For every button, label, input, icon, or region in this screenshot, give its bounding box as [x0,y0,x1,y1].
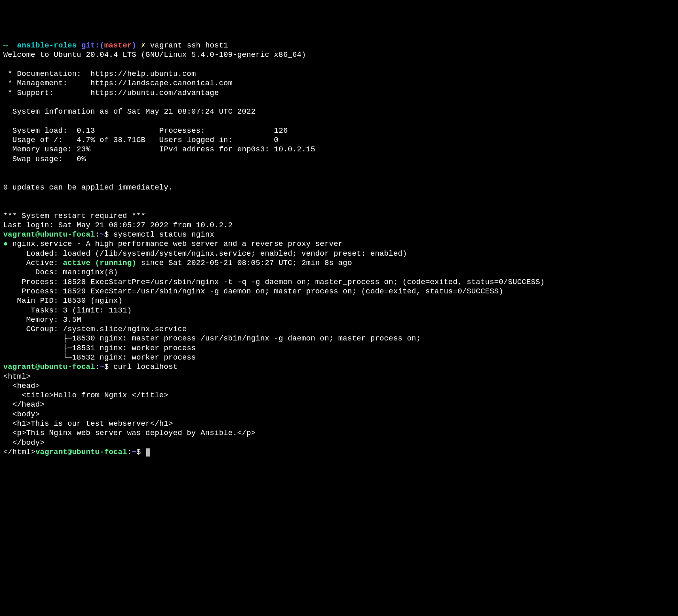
prompt-symbol: ✗ [141,41,145,50]
curl-line: </html> [3,448,35,457]
curl-line: </head> [3,401,45,409]
status-bullet-icon: ● [3,240,8,248]
active-status: active (running) [63,259,136,267]
swap-label: Swap usage: [3,155,77,164]
prompt-dollar: $ [136,448,141,457]
motd-mgmt-url: https://landscape.canonical.com [91,79,233,88]
updates-line: 0 updates can be applied immediately. [3,183,173,192]
terminal-output[interactable]: → ansible-roles git:(master) ✗ vagrant s… [3,41,675,457]
git-label: git:( [81,41,104,50]
sysinfo-header: System information as of Sat May 21 08:0… [3,108,256,116]
ipv4-label: IPv4 address for enp0s3: [159,145,274,154]
curl-line: <head> [3,382,40,390]
prompt-dollar: $ [104,363,109,371]
curl-line: <h1>This is our test webserver</h1> [3,420,173,428]
loaded-line: Loaded: loaded (/lib/systemd/system/ngin… [3,250,407,258]
processes-label: Processes: [159,127,274,135]
prompt-user-host: vagrant@ubuntu-focal [3,363,95,371]
curl-line: </body> [3,439,45,447]
memory-label: Memory usage: [3,145,77,154]
active-label: Active: [3,259,63,267]
prompt-path: ~ [99,230,104,239]
load-value: 0.13 [77,127,159,135]
memory-value: 23% [77,145,159,154]
motd-doc-url: https://help.ubuntu.com [91,70,196,78]
prompt-dir: ansible-roles [17,41,77,50]
memory-line: Memory: 3.5M [3,316,81,324]
motd-support-label: * Support: [3,89,91,97]
last-login-line: Last login: Sat May 21 08:05:27 2022 fro… [3,221,233,230]
active-rest: since Sat 2022-05-21 08:05:27 UTC; 2min … [136,259,352,267]
processes-value: 126 [274,127,288,135]
prompt-user-host: vagrant@ubuntu-focal [3,230,95,239]
command-input: systemctl status nginx [113,230,214,239]
curl-line: <body> [3,410,40,419]
motd-doc-label: * Documentation: [3,70,91,78]
process1-line: Process: 18528 ExecStartPre=/usr/sbin/ng… [3,278,545,286]
users-label: Users logged in: [159,136,274,144]
load-label: System load: [3,127,77,135]
curl-line: <title>Hello from Ngnix </title> [3,391,168,400]
curl-line: <html> [3,373,31,381]
cursor-icon [146,448,150,457]
main-pid-line: Main PID: 18530 (nginx) [3,297,123,305]
command-input: curl localhost [113,363,177,371]
prompt-arrow: → [3,41,8,50]
command-input: vagrant ssh host1 [150,41,228,50]
prompt-path: ~ [132,448,136,457]
prompt-dollar: $ [104,230,109,239]
prompt-colon: : [127,448,132,457]
swap-value: 0% [77,155,86,164]
motd-support-url: https://ubuntu.com/advantage [91,89,219,97]
tree-line-3: └─18532 nginx: worker process [3,353,196,362]
motd-welcome: Welcome to Ubuntu 20.04.4 LTS (GNU/Linux… [3,51,306,59]
prompt-path: ~ [99,363,104,371]
docs-line: Docs: man:nginx(8) [3,268,118,277]
restart-line: *** System restart required *** [3,212,145,220]
tree-line-1: ├─18530 nginx: master process /usr/sbin/… [3,334,421,343]
process2-line: Process: 18529 ExecStart=/usr/sbin/nginx… [3,287,503,296]
cgroup-line: CGroup: /system.slice/nginx.service [3,325,187,334]
tree-line-2: ├─18531 nginx: worker process [3,344,196,353]
curl-line: <p>This Nginx web server was deployed by… [3,429,256,437]
prompt-user-host: vagrant@ubuntu-focal [35,448,127,457]
motd-mgmt-label: * Management: [3,79,91,88]
tasks-line: Tasks: 3 (limit: 1131) [3,306,132,315]
service-line: nginx.service - A high performance web s… [8,240,343,248]
prompt-colon: : [95,363,99,371]
git-branch: master [104,41,132,50]
usage-value: 4.7% of 38.71GB [77,136,159,144]
git-close: ) [132,41,136,50]
ipv4-value: 10.0.2.15 [274,145,315,154]
usage-label: Usage of /: [3,136,77,144]
users-value: 0 [274,136,279,144]
prompt-colon: : [95,230,99,239]
